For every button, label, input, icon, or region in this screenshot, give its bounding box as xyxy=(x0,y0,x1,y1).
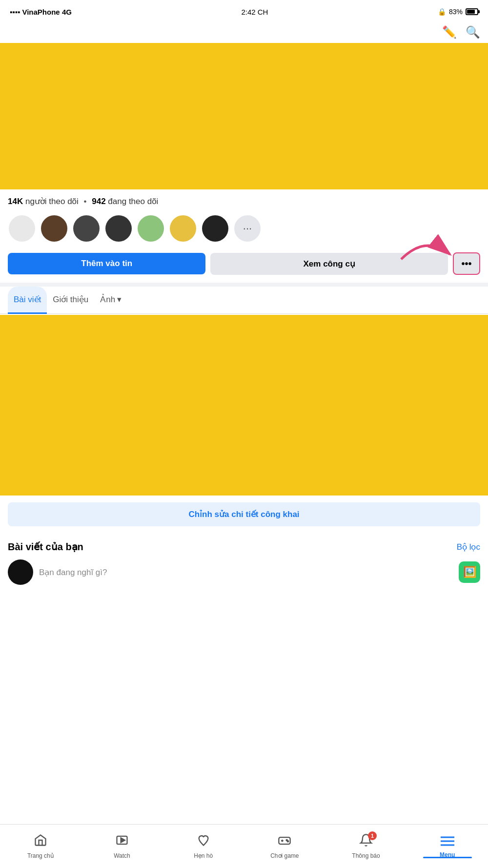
time-display: 2:42 CH xyxy=(241,8,268,16)
followers-count: 14K xyxy=(8,197,23,206)
nav-notifications-label: Thông báo xyxy=(352,852,380,859)
friend-avatar-6[interactable] xyxy=(169,214,197,243)
add-to-story-button[interactable]: Thêm vào tin xyxy=(8,253,205,274)
cover-image xyxy=(0,43,488,189)
friend-avatar-more[interactable]: ··· xyxy=(233,214,262,243)
friend-avatar-7[interactable] xyxy=(201,214,229,243)
nav-watch-label: Watch xyxy=(114,852,130,859)
svg-marker-2 xyxy=(121,838,125,842)
battery-icon xyxy=(466,8,478,15)
tab-photos[interactable]: Ảnh ▾ xyxy=(94,287,127,314)
nav-gaming-label: Chơi game xyxy=(270,852,299,859)
notification-badge: 1 xyxy=(368,831,377,840)
tabs-row: Bài viết Giới thiệu Ảnh ▾ xyxy=(0,287,488,314)
nav-home-label: Trang chủ xyxy=(27,852,54,859)
edit-public-details-button[interactable]: Chỉnh sửa chi tiết công khai xyxy=(8,502,480,526)
separator: • xyxy=(84,197,87,206)
following-label: đang theo dõi xyxy=(108,197,158,206)
tab-intro[interactable]: Giới thiệu xyxy=(47,287,94,314)
pink-arrow-indicator xyxy=(396,230,455,264)
gaming-icon xyxy=(278,833,291,850)
post-section: Bài viết của bạn Bộ lọc Bạn đang nghĩ gì… xyxy=(0,533,488,590)
signal-icon: ▪▪▪▪ xyxy=(10,8,20,16)
nav-notifications[interactable]: 1 Thông báo xyxy=(325,833,407,859)
friend-avatar-5[interactable] xyxy=(137,214,165,243)
friend-avatar-2[interactable] xyxy=(40,214,68,243)
lock-icon: 🔒 xyxy=(438,8,446,16)
notification-icon: 1 xyxy=(359,833,373,850)
following-count: 942 xyxy=(92,197,105,206)
post-section-title: Bài viết của bạn xyxy=(8,541,83,553)
section-divider xyxy=(0,283,488,287)
more-options-button[interactable]: ••• xyxy=(453,252,480,275)
content-post-image xyxy=(0,315,488,496)
tab-posts[interactable]: Bài viết xyxy=(8,287,47,314)
active-indicator xyxy=(423,857,472,858)
edit-icon[interactable]: ✏️ xyxy=(442,25,457,39)
edit-section: Chỉnh sửa chi tiết công khai xyxy=(0,496,488,533)
home-icon xyxy=(34,833,47,850)
friend-avatar-1[interactable] xyxy=(8,214,36,243)
post-input-row: Bạn đang nghĩ gì? 🖼️ xyxy=(8,559,480,585)
followers-label: người theo dõi xyxy=(25,197,79,206)
watch-icon xyxy=(115,833,129,850)
post-header: Bài viết của bạn Bộ lọc xyxy=(8,541,480,553)
menu-icon xyxy=(441,834,454,849)
friend-avatar-3[interactable] xyxy=(72,214,101,243)
nav-menu[interactable]: Menu xyxy=(407,834,488,858)
post-image-button[interactable]: 🖼️ xyxy=(459,561,480,583)
carrier-info: ▪▪▪▪ VinaPhone 4G xyxy=(10,8,72,16)
svg-point-7 xyxy=(287,841,288,842)
dating-icon xyxy=(197,833,210,850)
nav-dating-label: Hẹn hò xyxy=(194,852,213,859)
top-header: ✏️ 🔍 xyxy=(0,21,488,43)
chevron-down-icon: ▾ xyxy=(117,294,122,305)
nav-watch[interactable]: Watch xyxy=(81,833,163,859)
nav-dating[interactable]: Hẹn hò xyxy=(163,833,244,859)
more-avatars-icon: ··· xyxy=(243,222,252,235)
nav-home[interactable]: Trang chủ xyxy=(0,833,81,859)
user-avatar xyxy=(8,559,33,585)
nav-gaming[interactable]: Chơi game xyxy=(244,833,325,859)
status-bar: ▪▪▪▪ VinaPhone 4G 2:42 CH 🔒 83% xyxy=(0,0,488,21)
battery-info: 🔒 83% xyxy=(438,8,478,16)
action-buttons-row: Thêm vào tin Xem công cụ ••• xyxy=(0,249,488,283)
image-upload-icon: 🖼️ xyxy=(463,566,476,579)
filter-button[interactable]: Bộ lọc xyxy=(457,542,480,552)
friend-avatar-4[interactable] xyxy=(104,214,133,243)
search-icon[interactable]: 🔍 xyxy=(466,25,480,39)
post-input-placeholder[interactable]: Bạn đang nghĩ gì? xyxy=(39,567,453,578)
followers-row: 14K người theo dõi • 942 đang theo dõi xyxy=(0,189,488,211)
bottom-navigation: Trang chủ Watch Hẹn hò Chơi game xyxy=(0,824,488,868)
